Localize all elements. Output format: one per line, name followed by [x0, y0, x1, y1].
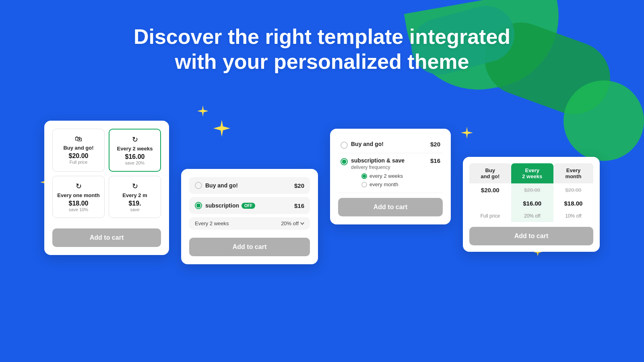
card4-add-to-cart-button[interactable]: Add to cart [469, 227, 593, 245]
page-header: Discover the right template integrated w… [0, 24, 644, 74]
col-header-buy-go[interactable]: Buyand go! [469, 163, 511, 183]
card3-freq-every-month[interactable]: every month [361, 180, 430, 189]
card1-option-buy-go[interactable]: 🛍 Buy and go! $20.00 Full price [52, 129, 105, 172]
col-header-every-month[interactable]: Everymonth [553, 163, 593, 183]
card3-subscription-content: subscription & save delivery frequency e… [351, 157, 430, 189]
card3-delivery-freq-label: delivery frequency [351, 165, 430, 170]
cell-every-2w-label: 20% off [511, 210, 553, 222]
card2-buy-go-radio [195, 182, 202, 189]
card1-every-2w-label: Every 2 weeks [114, 146, 156, 152]
refresh-icon-2: ↻ [57, 182, 100, 191]
chevron-down-icon [300, 222, 304, 225]
card3-buy-go-content: Buy and go! [351, 141, 430, 147]
card3-buy-go-row[interactable]: Buy and go! $20 [338, 137, 443, 153]
card1-option-every-2w[interactable]: ↻ Every 2 weeks $16.00 save 20% [109, 129, 161, 172]
card3-buy-go-radio [341, 142, 348, 149]
card3-every-month-radio [361, 182, 367, 187]
card-table-style: Buyand go! Every2 weeks Everymonth $20.0… [463, 157, 600, 252]
card1-every-month-price: $18.00 [57, 200, 100, 207]
card2-frequency-row[interactable]: Every 2 weeks 20% off [189, 217, 310, 230]
cell-every-month-label: 10% off [553, 210, 593, 222]
card1-options-grid: 🛍 Buy and go! $20.00 Full price ↻ Every … [52, 129, 161, 218]
card-grid-style: 🛍 Buy and go! $20.00 Full price ↻ Every … [44, 121, 169, 255]
card3-freq-every-2w[interactable]: every 2 weeks [361, 172, 430, 180]
cell-every-month-old-price: $20.00 [553, 183, 593, 197]
refresh-icon-1: ↻ [114, 135, 156, 144]
card2-subscription-row[interactable]: subscription OFF $16 [189, 197, 310, 214]
cell-buy-go-label: Full price [469, 210, 511, 222]
card3-buy-go-price: $20 [430, 141, 440, 148]
price-new-every-2w: $16.00 [523, 200, 541, 207]
price-new-every-month: $18.00 [564, 200, 583, 207]
card2-subscription-price: $16 [294, 202, 304, 209]
card2-freq-label: Every 2 weeks [195, 220, 229, 226]
card3-subscription-price: $16 [430, 157, 440, 164]
card1-every-month-save: save 10% [57, 207, 100, 212]
cell-every-2w-price: $16.00 [511, 197, 553, 210]
table-row-discounted-price: $16.00 $18.00 [469, 197, 593, 210]
col-header-every-2w[interactable]: Every2 weeks [511, 163, 553, 183]
card2-buy-go-label: Buy and go! [205, 182, 238, 189]
card3-subscription-row[interactable]: subscription & save delivery frequency e… [338, 153, 443, 193]
card3-freq-options: every 2 weeks every month [351, 172, 430, 189]
refresh-icon-3: ↻ [113, 182, 157, 191]
card-subscription-list: Buy and go! $20 subscription & save deli… [330, 129, 451, 224]
card3-every-2w-radio [361, 173, 367, 179]
card2-buy-go-row[interactable]: Buy and go! $20 [189, 177, 310, 194]
card1-every-2w-price: $16.00 [114, 153, 156, 160]
table-row-main-price: $20.00 $20.00 $20.00 [469, 183, 593, 197]
card2-buy-go-price: $20 [294, 182, 304, 189]
card3-subscription-radio [341, 158, 348, 165]
cell-buy-go-main-price: $20.00 [469, 183, 511, 197]
pricing-table: Buyand go! Every2 weeks Everymonth $20.0… [469, 163, 593, 222]
card2-subscription-radio [195, 202, 202, 209]
card1-every-2w-save: save 20% [114, 160, 156, 165]
card3-every-month-label: every month [369, 181, 398, 187]
card1-every-2m-price: $19. [113, 200, 157, 207]
cell-every-month-price: $18.00 [553, 197, 593, 210]
card1-buy-go-label: Buy and go! [57, 145, 100, 151]
card1-every-month-label: Every one month [57, 192, 100, 198]
toggle-off-badge[interactable]: OFF [242, 203, 255, 209]
card2-freq-val: 20% off [281, 220, 304, 226]
card3-buy-go-label: Buy and go! [351, 141, 430, 147]
card1-every-2m-label: Every 2 m [113, 192, 157, 198]
card2-add-to-cart-button[interactable]: Add to cart [189, 238, 310, 256]
table-row-discount-label: Full price 20% off 10% off [469, 210, 593, 222]
card-dropdown-style: Buy and go! $20 subscription OFF $16 Eve… [181, 169, 318, 264]
card3-add-to-cart-button[interactable]: Add to cart [338, 198, 443, 216]
cards-area: 🛍 Buy and go! $20.00 Full price ↻ Every … [0, 105, 644, 264]
card3-every-2w-label: every 2 weeks [369, 173, 403, 179]
card1-option-every-2m[interactable]: ↻ Every 2 m $19. save [109, 176, 161, 218]
card1-every-2m-save: save [113, 207, 157, 212]
price-old-every-month: $20.00 [566, 187, 582, 193]
card3-subscription-label: subscription & save [351, 157, 430, 164]
bag-icon: 🛍 [57, 135, 100, 143]
card1-option-every-month[interactable]: ↻ Every one month $18.00 save 10% [52, 176, 105, 218]
page-title: Discover the right template integrated w… [0, 24, 644, 74]
cell-every-2w-old-price: $20.00 [511, 183, 553, 197]
card2-subscription-label: subscription OFF [205, 202, 255, 209]
card1-buy-go-sub: Full price [57, 160, 100, 165]
card1-buy-go-price: $20.00 [57, 152, 100, 160]
card1-add-to-cart-button[interactable]: Add to cart [52, 228, 161, 247]
cell-buy-go-empty [469, 197, 511, 210]
price-old-every-2w: $20.00 [524, 187, 540, 193]
